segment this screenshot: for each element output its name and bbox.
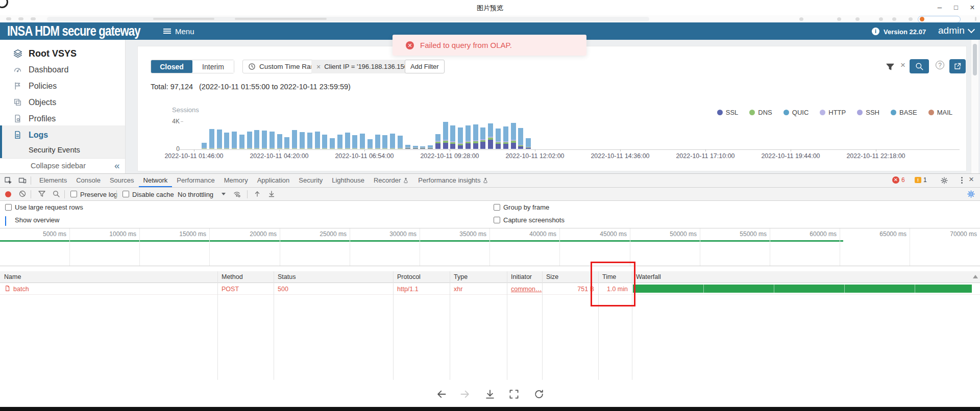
- extension-icon3[interactable]: [855, 17, 860, 21]
- devtools-tab-recorder[interactable]: Recorder: [369, 174, 413, 187]
- checkbox-label[interactable]: Show overview: [15, 216, 59, 224]
- collapse-sidebar-button[interactable]: Collapse sidebar «: [0, 158, 125, 173]
- extension-icon6[interactable]: [909, 17, 913, 21]
- legend-item-ssh[interactable]: SSH: [857, 109, 879, 116]
- network-settings-icon[interactable]: [967, 190, 975, 198]
- cell-name[interactable]: batch: [13, 286, 29, 293]
- extension-icon2[interactable]: [837, 17, 841, 21]
- maximize-button[interactable]: □: [949, 2, 963, 14]
- inspect-icon[interactable]: [4, 176, 12, 185]
- devtools-tab-sources[interactable]: Sources: [105, 174, 139, 187]
- device-toolbar-icon[interactable]: [18, 176, 27, 185]
- column-header-name[interactable]: Name: [4, 273, 21, 280]
- back-button[interactable]: [436, 389, 447, 400]
- sidebar-item-policies[interactable]: Policies: [0, 78, 125, 94]
- devtools-tab-security[interactable]: Security: [294, 174, 327, 187]
- back-icon[interactable]: [6, 17, 11, 20]
- info-icon[interactable]: i: [872, 28, 879, 35]
- devtools-tab-performance-insights[interactable]: Performance insights: [413, 174, 493, 187]
- checkbox-label[interactable]: Capture screenshots: [503, 216, 565, 224]
- export-har-icon[interactable]: [267, 190, 276, 198]
- sidebar-item-dashboard[interactable]: Dashboard: [0, 62, 125, 78]
- devtools-tab-lighthouse[interactable]: Lighthouse: [327, 174, 369, 187]
- network-conditions-icon[interactable]: [233, 190, 241, 198]
- url-bar[interactable]: [47, 17, 649, 21]
- error-badge[interactable]: ✕ 6: [892, 176, 905, 184]
- state-tab-interim[interactable]: Interim: [192, 60, 234, 73]
- scroll-up-icon[interactable]: [973, 275, 978, 278]
- devtools-tab-memory[interactable]: Memory: [219, 174, 253, 187]
- checkbox-group-by-frame[interactable]: [494, 204, 500, 211]
- devtools-tab-network[interactable]: Network: [139, 174, 173, 187]
- import-har-icon[interactable]: [253, 190, 261, 198]
- clear-icon[interactable]: [18, 190, 27, 198]
- extension-icon4[interactable]: [879, 17, 883, 21]
- download-button[interactable]: [484, 389, 496, 400]
- column-header-waterfall[interactable]: Waterfall: [636, 273, 661, 280]
- devtools-kebab-icon[interactable]: [958, 176, 966, 185]
- legend-item-quic[interactable]: QUIC: [783, 109, 809, 116]
- help-icon[interactable]: ?: [936, 61, 944, 69]
- legend-item-base[interactable]: BASE: [891, 109, 917, 116]
- devtools-tab-elements[interactable]: Elements: [35, 174, 71, 187]
- search-button[interactable]: [910, 59, 929, 73]
- column-divider[interactable]: [450, 271, 450, 380]
- network-filter-icon[interactable]: [38, 190, 46, 198]
- legend-item-mail[interactable]: MAIL: [928, 109, 952, 116]
- throttling-select[interactable]: No throttling: [178, 191, 213, 198]
- column-divider[interactable]: [542, 271, 543, 380]
- column-header-initiator[interactable]: Initiator: [511, 273, 532, 280]
- sidebar-item-root-vsys[interactable]: Root VSYS: [0, 45, 125, 62]
- legend-item-ssl[interactable]: SSL: [717, 109, 739, 116]
- forward-icon[interactable]: [18, 17, 23, 20]
- column-divider[interactable]: [507, 271, 507, 380]
- sidebar-item-logs[interactable]: Logs: [0, 127, 125, 143]
- fit-screen-button[interactable]: [508, 389, 520, 400]
- column-header-type[interactable]: Type: [454, 273, 468, 280]
- reload-icon[interactable]: [31, 17, 36, 20]
- column-divider[interactable]: [274, 271, 274, 380]
- sidebar-item-objects[interactable]: Objects: [0, 94, 125, 111]
- cell-initiator[interactable]: common…: [511, 286, 542, 293]
- column-divider[interactable]: [217, 271, 218, 380]
- column-divider[interactable]: [393, 271, 394, 380]
- overview-ruler[interactable]: 5000 ms10000 ms15000 ms20000 ms25000 ms3…: [0, 228, 980, 266]
- legend-item-http[interactable]: HTTP: [820, 109, 846, 116]
- chip-remove-icon[interactable]: ×: [316, 63, 321, 71]
- checkbox-label[interactable]: Group by frame: [503, 203, 549, 211]
- state-tab-closed[interactable]: Closed: [151, 60, 192, 73]
- record-button[interactable]: [5, 191, 11, 197]
- checkbox-use-large-request-rows[interactable]: [5, 204, 12, 211]
- extension-icon[interactable]: [799, 17, 803, 21]
- forward-button[interactable]: [459, 389, 471, 400]
- disable-cache-checkbox[interactable]: [122, 191, 129, 197]
- legend-item-dns[interactable]: DNS: [749, 109, 772, 116]
- devtools-close-icon[interactable]: ×: [969, 174, 974, 185]
- close-window-button[interactable]: ×: [966, 2, 979, 14]
- add-filter-button[interactable]: Add Filter: [405, 60, 445, 73]
- refresh-button[interactable]: [533, 389, 545, 400]
- column-header-size[interactable]: Size: [546, 273, 558, 280]
- checkbox-capture-screenshots[interactable]: [494, 217, 500, 223]
- export-button[interactable]: [949, 59, 966, 73]
- issues-badge[interactable]: ! 1: [915, 176, 927, 184]
- sidebar-item-profiles[interactable]: Profiles: [0, 111, 125, 127]
- scrollbar-thumb[interactable]: [973, 44, 977, 75]
- filter-funnel-icon[interactable]: [886, 62, 895, 71]
- devtools-settings-icon[interactable]: [940, 176, 948, 185]
- browser-menu-icon[interactable]: [975, 17, 976, 21]
- column-header-status[interactable]: Status: [278, 273, 296, 280]
- preserve-log-label[interactable]: Preserve log: [80, 191, 117, 198]
- network-search-icon[interactable]: [52, 190, 60, 198]
- devtools-tab-application[interactable]: Application: [253, 174, 295, 187]
- page-scrollbar[interactable]: [971, 40, 978, 173]
- minimize-button[interactable]: –: [933, 2, 946, 14]
- disable-cache-label[interactable]: Disable cache: [132, 191, 174, 198]
- user-menu[interactable]: admin: [938, 25, 974, 36]
- devtools-tab-performance[interactable]: Performance: [172, 174, 219, 187]
- column-header-protocol[interactable]: Protocol: [397, 273, 421, 280]
- sidebar-item-security-events[interactable]: Security Events: [0, 142, 125, 158]
- checkbox-show-overview[interactable]: [5, 216, 6, 226]
- preserve-log-checkbox[interactable]: [70, 191, 77, 197]
- profile-button[interactable]: [918, 16, 961, 23]
